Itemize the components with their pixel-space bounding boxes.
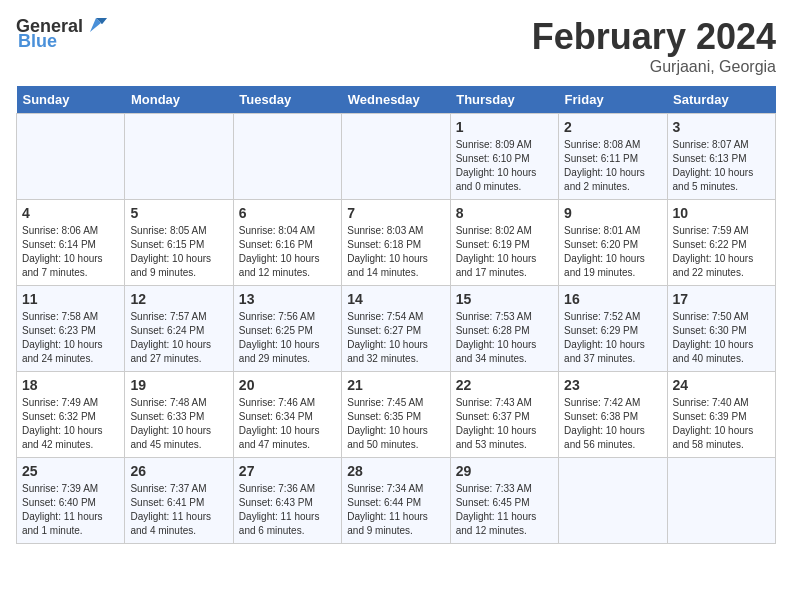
day-number: 16 (564, 291, 661, 307)
day-info: Sunrise: 8:01 AM Sunset: 6:20 PM Dayligh… (564, 224, 661, 280)
col-thursday: Thursday (450, 86, 558, 114)
calendar-cell-w5-d5: 29Sunrise: 7:33 AM Sunset: 6:45 PM Dayli… (450, 458, 558, 544)
day-info: Sunrise: 8:03 AM Sunset: 6:18 PM Dayligh… (347, 224, 444, 280)
day-number: 26 (130, 463, 227, 479)
day-number: 21 (347, 377, 444, 393)
day-info: Sunrise: 8:02 AM Sunset: 6:19 PM Dayligh… (456, 224, 553, 280)
day-number: 18 (22, 377, 119, 393)
calendar-cell-w1-d5: 1Sunrise: 8:09 AM Sunset: 6:10 PM Daylig… (450, 114, 558, 200)
day-number: 11 (22, 291, 119, 307)
day-info: Sunrise: 7:49 AM Sunset: 6:32 PM Dayligh… (22, 396, 119, 452)
day-number: 23 (564, 377, 661, 393)
day-info: Sunrise: 7:36 AM Sunset: 6:43 PM Dayligh… (239, 482, 336, 538)
logo: General Blue (16, 16, 107, 52)
day-number: 20 (239, 377, 336, 393)
day-number: 19 (130, 377, 227, 393)
calendar-cell-w4-d3: 20Sunrise: 7:46 AM Sunset: 6:34 PM Dayli… (233, 372, 341, 458)
day-number: 2 (564, 119, 661, 135)
day-number: 22 (456, 377, 553, 393)
calendar-cell-w4-d5: 22Sunrise: 7:43 AM Sunset: 6:37 PM Dayli… (450, 372, 558, 458)
calendar-cell-w2-d5: 8Sunrise: 8:02 AM Sunset: 6:19 PM Daylig… (450, 200, 558, 286)
calendar-cell-w1-d6: 2Sunrise: 8:08 AM Sunset: 6:11 PM Daylig… (559, 114, 667, 200)
calendar-cell-w3-d5: 15Sunrise: 7:53 AM Sunset: 6:28 PM Dayli… (450, 286, 558, 372)
day-number: 17 (673, 291, 770, 307)
day-number: 10 (673, 205, 770, 221)
col-saturday: Saturday (667, 86, 775, 114)
day-info: Sunrise: 8:07 AM Sunset: 6:13 PM Dayligh… (673, 138, 770, 194)
day-number: 27 (239, 463, 336, 479)
calendar-cell-w5-d4: 28Sunrise: 7:34 AM Sunset: 6:44 PM Dayli… (342, 458, 450, 544)
day-info: Sunrise: 7:56 AM Sunset: 6:25 PM Dayligh… (239, 310, 336, 366)
calendar-cell-w2-d6: 9Sunrise: 8:01 AM Sunset: 6:20 PM Daylig… (559, 200, 667, 286)
calendar-header-row: Sunday Monday Tuesday Wednesday Thursday… (17, 86, 776, 114)
day-info: Sunrise: 7:43 AM Sunset: 6:37 PM Dayligh… (456, 396, 553, 452)
col-sunday: Sunday (17, 86, 125, 114)
calendar-cell-w1-d7: 3Sunrise: 8:07 AM Sunset: 6:13 PM Daylig… (667, 114, 775, 200)
calendar-cell-w3-d7: 17Sunrise: 7:50 AM Sunset: 6:30 PM Dayli… (667, 286, 775, 372)
calendar-cell-w1-d3 (233, 114, 341, 200)
day-number: 28 (347, 463, 444, 479)
calendar-cell-w5-d7 (667, 458, 775, 544)
day-number: 25 (22, 463, 119, 479)
calendar-cell-w2-d1: 4Sunrise: 8:06 AM Sunset: 6:14 PM Daylig… (17, 200, 125, 286)
day-number: 1 (456, 119, 553, 135)
day-info: Sunrise: 7:50 AM Sunset: 6:30 PM Dayligh… (673, 310, 770, 366)
day-info: Sunrise: 7:33 AM Sunset: 6:45 PM Dayligh… (456, 482, 553, 538)
day-info: Sunrise: 7:42 AM Sunset: 6:38 PM Dayligh… (564, 396, 661, 452)
day-number: 14 (347, 291, 444, 307)
calendar-cell-w3-d1: 11Sunrise: 7:58 AM Sunset: 6:23 PM Dayli… (17, 286, 125, 372)
calendar-cell-w4-d7: 24Sunrise: 7:40 AM Sunset: 6:39 PM Dayli… (667, 372, 775, 458)
day-info: Sunrise: 7:58 AM Sunset: 6:23 PM Dayligh… (22, 310, 119, 366)
calendar-cell-w2-d7: 10Sunrise: 7:59 AM Sunset: 6:22 PM Dayli… (667, 200, 775, 286)
calendar-cell-w2-d3: 6Sunrise: 8:04 AM Sunset: 6:16 PM Daylig… (233, 200, 341, 286)
day-number: 24 (673, 377, 770, 393)
calendar-week-4: 18Sunrise: 7:49 AM Sunset: 6:32 PM Dayli… (17, 372, 776, 458)
day-info: Sunrise: 7:40 AM Sunset: 6:39 PM Dayligh… (673, 396, 770, 452)
calendar-week-5: 25Sunrise: 7:39 AM Sunset: 6:40 PM Dayli… (17, 458, 776, 544)
day-info: Sunrise: 8:09 AM Sunset: 6:10 PM Dayligh… (456, 138, 553, 194)
day-number: 6 (239, 205, 336, 221)
calendar-cell-w3-d3: 13Sunrise: 7:56 AM Sunset: 6:25 PM Dayli… (233, 286, 341, 372)
day-number: 4 (22, 205, 119, 221)
day-info: Sunrise: 7:34 AM Sunset: 6:44 PM Dayligh… (347, 482, 444, 538)
day-info: Sunrise: 7:48 AM Sunset: 6:33 PM Dayligh… (130, 396, 227, 452)
col-friday: Friday (559, 86, 667, 114)
day-number: 5 (130, 205, 227, 221)
calendar-cell-w1-d4 (342, 114, 450, 200)
logo-icon (85, 14, 107, 36)
day-number: 12 (130, 291, 227, 307)
calendar-cell-w3-d2: 12Sunrise: 7:57 AM Sunset: 6:24 PM Dayli… (125, 286, 233, 372)
day-info: Sunrise: 8:08 AM Sunset: 6:11 PM Dayligh… (564, 138, 661, 194)
calendar-cell-w3-d4: 14Sunrise: 7:54 AM Sunset: 6:27 PM Dayli… (342, 286, 450, 372)
calendar-table: Sunday Monday Tuesday Wednesday Thursday… (16, 86, 776, 544)
day-number: 13 (239, 291, 336, 307)
day-info: Sunrise: 7:57 AM Sunset: 6:24 PM Dayligh… (130, 310, 227, 366)
calendar-cell-w5-d2: 26Sunrise: 7:37 AM Sunset: 6:41 PM Dayli… (125, 458, 233, 544)
calendar-cell-w1-d1 (17, 114, 125, 200)
day-number: 15 (456, 291, 553, 307)
calendar-cell-w3-d6: 16Sunrise: 7:52 AM Sunset: 6:29 PM Dayli… (559, 286, 667, 372)
calendar-cell-w4-d6: 23Sunrise: 7:42 AM Sunset: 6:38 PM Dayli… (559, 372, 667, 458)
day-info: Sunrise: 7:52 AM Sunset: 6:29 PM Dayligh… (564, 310, 661, 366)
day-info: Sunrise: 7:54 AM Sunset: 6:27 PM Dayligh… (347, 310, 444, 366)
location-subtitle: Gurjaani, Georgia (532, 58, 776, 76)
calendar-week-3: 11Sunrise: 7:58 AM Sunset: 6:23 PM Dayli… (17, 286, 776, 372)
day-info: Sunrise: 7:59 AM Sunset: 6:22 PM Dayligh… (673, 224, 770, 280)
col-monday: Monday (125, 86, 233, 114)
day-number: 9 (564, 205, 661, 221)
day-info: Sunrise: 7:37 AM Sunset: 6:41 PM Dayligh… (130, 482, 227, 538)
day-number: 3 (673, 119, 770, 135)
calendar-cell-w5-d6 (559, 458, 667, 544)
day-info: Sunrise: 7:39 AM Sunset: 6:40 PM Dayligh… (22, 482, 119, 538)
col-tuesday: Tuesday (233, 86, 341, 114)
day-info: Sunrise: 8:05 AM Sunset: 6:15 PM Dayligh… (130, 224, 227, 280)
calendar-cell-w1-d2 (125, 114, 233, 200)
calendar-cell-w5-d1: 25Sunrise: 7:39 AM Sunset: 6:40 PM Dayli… (17, 458, 125, 544)
month-title: February 2024 (532, 16, 776, 58)
day-number: 8 (456, 205, 553, 221)
calendar-cell-w2-d4: 7Sunrise: 8:03 AM Sunset: 6:18 PM Daylig… (342, 200, 450, 286)
col-wednesday: Wednesday (342, 86, 450, 114)
calendar-week-2: 4Sunrise: 8:06 AM Sunset: 6:14 PM Daylig… (17, 200, 776, 286)
day-info: Sunrise: 8:04 AM Sunset: 6:16 PM Dayligh… (239, 224, 336, 280)
calendar-cell-w2-d2: 5Sunrise: 8:05 AM Sunset: 6:15 PM Daylig… (125, 200, 233, 286)
